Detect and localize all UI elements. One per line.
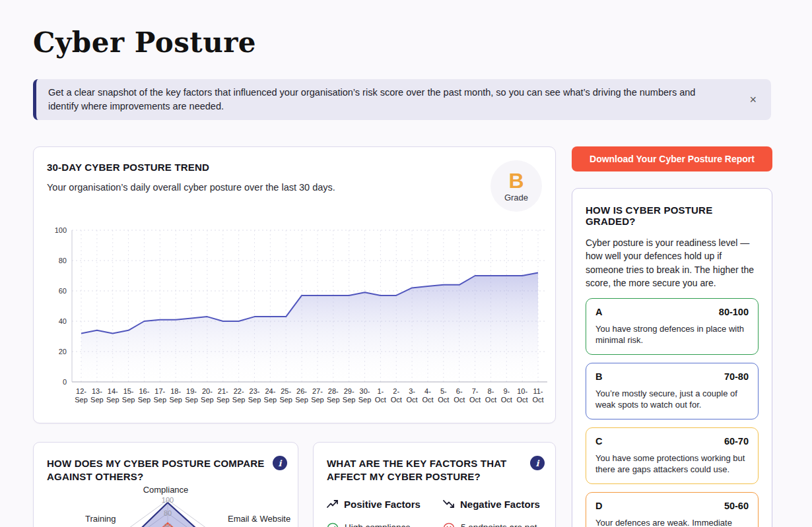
trend-card: 30-DAY CYBER POSTURE TREND Your organisa… bbox=[33, 146, 556, 423]
close-icon[interactable]: × bbox=[747, 91, 759, 108]
svg-text:8-Oct: 8-Oct bbox=[485, 387, 496, 404]
positive-factors-column: Positive Factors High compliance score w… bbox=[327, 499, 426, 527]
svg-text:24-Sep: 24-Sep bbox=[264, 387, 277, 404]
svg-text:25-Sep: 25-Sep bbox=[279, 387, 292, 404]
trend-card-subtitle: Your organisation’s daily overall cyber … bbox=[47, 182, 542, 193]
grading-intro: Cyber posture is your readiness level — … bbox=[586, 236, 759, 290]
svg-text:26-Sep: 26-Sep bbox=[295, 387, 308, 404]
grade-item-a: A80-100You have strong defences in place… bbox=[586, 298, 759, 355]
grade-item-d: D50-60Your defences are weak. Immediate … bbox=[586, 492, 759, 527]
grade-caption: Grade bbox=[504, 193, 528, 202]
svg-text:16-Sep: 16-Sep bbox=[138, 387, 151, 404]
negative-factors-column: Negative Factors 5 endpoints are not mon… bbox=[443, 499, 542, 527]
factors-card: WHAT ARE THE KEY FACTORS THAT AFFECT MY … bbox=[313, 442, 556, 527]
grading-card: HOW IS CYBER POSTURE GRADED? Cyber postu… bbox=[572, 188, 772, 527]
factor-item-text: High compliance score with CSA Cyber bbox=[345, 522, 426, 527]
svg-text:12-Sep: 12-Sep bbox=[75, 387, 88, 404]
check-circle-icon bbox=[327, 522, 339, 527]
svg-text:22-Sep: 22-Sep bbox=[232, 387, 246, 404]
svg-text:15-Sep: 15-Sep bbox=[122, 387, 135, 404]
page-title: Cyber Posture bbox=[33, 26, 256, 59]
grade-item-letter: C bbox=[595, 436, 602, 447]
grade-item-b: B70-80You’re mostly secure, just a coupl… bbox=[586, 363, 759, 419]
svg-text:60: 60 bbox=[59, 287, 67, 295]
trend-chart: 02040608010012-Sep13-Sep14-Sep15-Sep16-S… bbox=[43, 221, 558, 419]
factor-item: 5 endpoints are not monitored by bbox=[443, 522, 542, 527]
svg-text:11-Oct: 11-Oct bbox=[532, 387, 543, 404]
x-circle-icon bbox=[443, 522, 455, 527]
grade-letter: B bbox=[508, 170, 524, 191]
grade-item-range: 80-100 bbox=[719, 307, 749, 317]
radar-chart: 1008060 bbox=[34, 477, 299, 527]
svg-text:29-Sep: 29-Sep bbox=[343, 387, 356, 404]
trend-card-title: 30-DAY CYBER POSTURE TREND bbox=[47, 162, 542, 173]
factor-item: High compliance score with CSA Cyber bbox=[327, 522, 426, 527]
grade-item-letter: D bbox=[595, 501, 602, 511]
svg-text:0: 0 bbox=[63, 378, 67, 386]
svg-text:80: 80 bbox=[164, 509, 172, 517]
svg-text:30-Sep: 30-Sep bbox=[358, 387, 372, 404]
grade-item-range: 60-70 bbox=[724, 436, 749, 447]
svg-text:20-Sep: 20-Sep bbox=[201, 387, 214, 404]
svg-text:80: 80 bbox=[59, 257, 67, 264]
svg-text:40: 40 bbox=[59, 317, 67, 325]
svg-text:27-Sep: 27-Sep bbox=[311, 387, 324, 404]
grade-item-range: 70-80 bbox=[724, 371, 749, 382]
svg-text:4-Oct: 4-Oct bbox=[422, 387, 433, 404]
grade-item-description: You have some protections working but th… bbox=[595, 452, 749, 476]
svg-text:6-Oct: 6-Oct bbox=[454, 387, 465, 404]
info-banner-text: Get a clear snapshot of the key factors … bbox=[48, 86, 747, 113]
negative-factors-label: Negative Factors bbox=[460, 499, 540, 510]
info-banner: Get a clear snapshot of the key factors … bbox=[33, 79, 771, 120]
svg-text:18-Sep: 18-Sep bbox=[169, 387, 182, 404]
svg-text:3-Oct: 3-Oct bbox=[407, 387, 418, 404]
svg-text:5-Oct: 5-Oct bbox=[438, 387, 449, 404]
grading-card-title: HOW IS CYBER POSTURE GRADED? bbox=[586, 204, 759, 227]
info-icon[interactable]: i bbox=[530, 456, 545, 470]
grade-item-description: Your defences are weak. Immediate action… bbox=[595, 517, 749, 527]
svg-text:7-Oct: 7-Oct bbox=[469, 387, 481, 404]
svg-text:9-Oct: 9-Oct bbox=[501, 387, 512, 404]
grade-item-letter: A bbox=[595, 307, 602, 317]
grade-item-description: You’re mostly secure, just a couple of w… bbox=[595, 388, 749, 411]
svg-text:17-Sep: 17-Sep bbox=[154, 387, 167, 404]
svg-text:100: 100 bbox=[55, 226, 67, 234]
info-icon[interactable]: i bbox=[273, 456, 287, 470]
factor-item-text: 5 endpoints are not monitored by bbox=[461, 522, 542, 527]
trending-down-icon bbox=[443, 499, 455, 509]
svg-text:19-Sep: 19-Sep bbox=[185, 387, 198, 404]
svg-text:20: 20 bbox=[59, 348, 67, 356]
svg-text:10-Oct: 10-Oct bbox=[517, 387, 528, 404]
svg-text:1-Oct: 1-Oct bbox=[375, 387, 386, 404]
svg-text:2-Oct: 2-Oct bbox=[391, 387, 402, 404]
grade-list: A80-100You have strong defences in place… bbox=[586, 298, 759, 527]
svg-text:13-Sep: 13-Sep bbox=[90, 387, 104, 404]
svg-text:21-Sep: 21-Sep bbox=[217, 387, 230, 404]
grade-item-letter: B bbox=[595, 371, 602, 382]
svg-text:14-Sep: 14-Sep bbox=[106, 387, 119, 404]
svg-text:23-Sep: 23-Sep bbox=[248, 387, 261, 404]
positive-factors-label: Positive Factors bbox=[344, 499, 421, 510]
grade-item-c: C60-70You have some protections working … bbox=[586, 427, 759, 484]
factors-card-title: WHAT ARE THE KEY FACTORS THAT AFFECT MY … bbox=[327, 457, 512, 484]
compare-card: HOW DOES MY CYBER POSTURE COMPARE AGAINS… bbox=[33, 442, 298, 527]
svg-text:28-Sep: 28-Sep bbox=[327, 387, 340, 404]
svg-text:100: 100 bbox=[162, 496, 174, 504]
download-report-button[interactable]: Download Your Cyber Posture Report bbox=[572, 146, 772, 171]
svg-text:60: 60 bbox=[164, 522, 172, 527]
grade-item-range: 50-60 bbox=[724, 501, 749, 511]
grade-badge: B Grade bbox=[491, 160, 542, 212]
grade-item-description: You have strong defences in place with m… bbox=[595, 323, 749, 346]
trending-up-icon bbox=[327, 499, 339, 509]
